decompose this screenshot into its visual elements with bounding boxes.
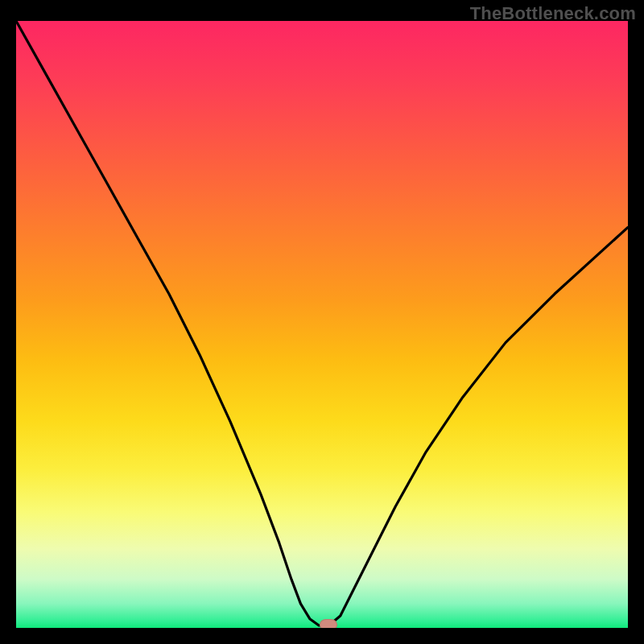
curve-path (16, 21, 628, 626)
minimum-marker (320, 619, 337, 628)
plot-area (16, 21, 628, 628)
curve-svg (16, 21, 628, 628)
watermark-text: TheBottleneck.com (470, 3, 636, 24)
chart-frame: TheBottleneck.com (0, 0, 644, 644)
